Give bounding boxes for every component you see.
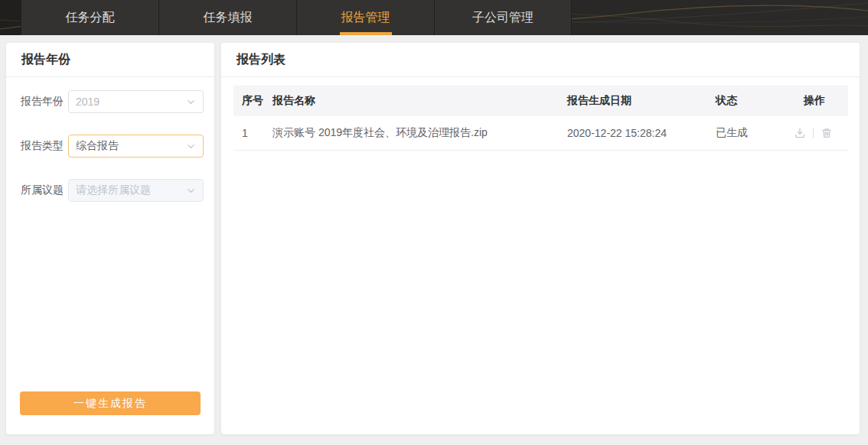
nav-tabstrip: 任务分配 任务填报 报告管理 子公司管理 [21, 0, 572, 35]
top-nav-bar: 任务分配 任务填报 报告管理 子公司管理 [0, 0, 868, 35]
row-date: 2020-12-22 15:28:24 [567, 127, 716, 139]
left-panel-title: 报告年份 [21, 52, 70, 68]
form-row-report-year: 报告年份 2019 [21, 90, 204, 113]
report-table: 序号 报告名称 报告生成日期 状态 操作 1 演示账号 2019年度社会、环境及… [233, 86, 848, 151]
tab-subsidiary-management[interactable]: 子公司管理 [434, 0, 572, 35]
tab-label: 任务填报 [204, 10, 253, 26]
tab-task-filling[interactable]: 任务填报 [158, 0, 296, 35]
table-row: 1 演示账号 2019年度社会、环境及治理报告.zip 2020-12-22 1… [233, 116, 848, 151]
report-year-value: 2019 [76, 96, 100, 108]
row-actions [804, 127, 848, 139]
report-list-panel: 报告列表 序号 报告名称 报告生成日期 状态 操作 1 演示账号 2019年度社… [221, 43, 860, 434]
col-header-status: 状态 [716, 94, 804, 108]
actions-divider [813, 128, 814, 138]
report-type-label: 报告类型 [21, 139, 68, 153]
topic-placeholder: 请选择所属议题 [76, 184, 151, 197]
report-table-header-row: 序号 报告名称 报告生成日期 状态 操作 [233, 86, 848, 116]
form-row-report-type: 报告类型 综合报告 [21, 135, 204, 158]
tab-label: 任务分配 [66, 10, 115, 26]
tab-label: 子公司管理 [472, 10, 534, 26]
col-header-date: 报告生成日期 [567, 94, 716, 108]
chevron-down-icon [186, 141, 196, 151]
report-type-select[interactable]: 综合报告 [68, 135, 204, 158]
right-panel-title: 报告列表 [237, 52, 286, 68]
row-status: 已生成 [716, 126, 804, 140]
report-filter-form: 报告年份 2019 报告类型 综合报告 所属议题 请选择所属议题 [6, 77, 214, 202]
row-index: 1 [233, 127, 272, 139]
topic-label: 所属议题 [21, 184, 68, 197]
tab-task-assignment[interactable]: 任务分配 [21, 0, 158, 35]
delete-icon[interactable] [821, 127, 833, 139]
right-panel-header: 报告列表 [221, 43, 860, 77]
report-filter-panel: 报告年份 报告年份 2019 报告类型 综合报告 所属议题 [6, 43, 214, 434]
col-header-actions: 操作 [804, 94, 848, 108]
form-row-topic: 所属议题 请选择所属议题 [21, 179, 204, 202]
tab-report-management[interactable]: 报告管理 [296, 0, 434, 35]
chevron-down-icon [186, 97, 196, 107]
col-header-index: 序号 [233, 94, 272, 108]
topic-select[interactable]: 请选择所属议题 [68, 179, 204, 202]
row-name: 演示账号 2019年度社会、环境及治理报告.zip [272, 126, 567, 140]
report-type-value: 综合报告 [76, 139, 119, 153]
col-header-name: 报告名称 [272, 94, 567, 108]
chevron-down-icon [186, 186, 196, 196]
report-year-select[interactable]: 2019 [68, 90, 204, 113]
tab-label: 报告管理 [341, 10, 390, 26]
left-panel-header: 报告年份 [6, 43, 214, 77]
report-year-label: 报告年份 [21, 95, 68, 109]
download-icon[interactable] [794, 127, 806, 139]
generate-report-button[interactable]: 一键生成报告 [20, 391, 201, 415]
